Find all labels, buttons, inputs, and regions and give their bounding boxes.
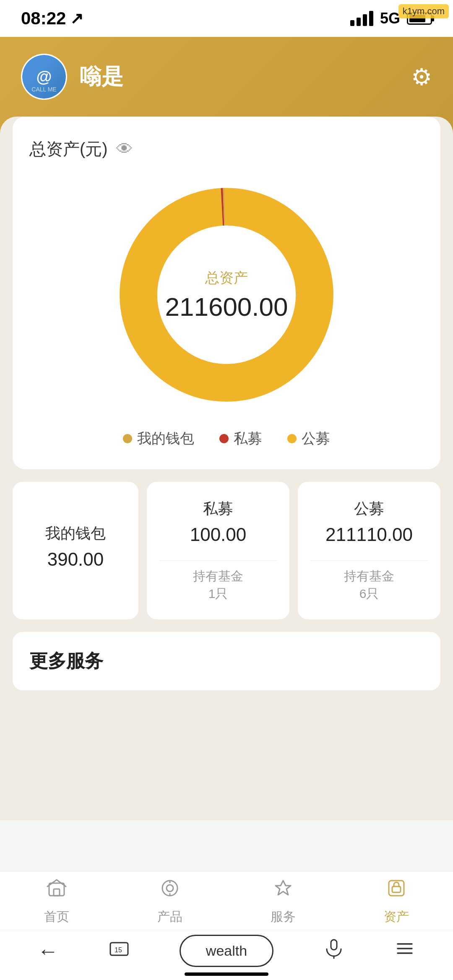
donut-label: 总资产 xyxy=(165,268,288,288)
asset-card: 总资产(元) 👁 总资 xyxy=(13,117,440,469)
asset-title: 总资产(元) xyxy=(29,138,108,161)
public-fund-card[interactable]: 公募 211110.00 持有基金 6只 xyxy=(298,482,440,619)
breakdown-row: 我的钱包 390.00 私募 100.00 持有基金 1只 公募 211110.… xyxy=(13,482,440,619)
public-title: 公募 xyxy=(354,499,384,519)
svg-text:15: 15 xyxy=(115,946,122,954)
wealth-button[interactable]: wealth xyxy=(180,935,273,967)
nav-label-home: 首页 xyxy=(44,908,69,925)
navigation-arrow: ↗ xyxy=(70,9,83,28)
nav-icon-home xyxy=(46,877,68,904)
private-sub-value: 1只 xyxy=(208,585,228,603)
private-fund-card[interactable]: 私募 100.00 持有基金 1只 xyxy=(147,482,289,619)
mic-icon xyxy=(323,938,344,964)
svg-point-7 xyxy=(167,885,173,892)
public-sub-label: 持有基金 xyxy=(344,567,394,585)
public-sub-value: 6只 xyxy=(359,585,379,603)
divider-private xyxy=(159,560,277,561)
home-indicator xyxy=(185,972,268,976)
status-bar: 08:22 ↗ 5G xyxy=(0,0,453,37)
svg-rect-11 xyxy=(392,886,401,892)
menu-button[interactable] xyxy=(394,938,415,964)
donut-value: 211600.00 xyxy=(165,292,288,321)
nav-label-assets: 资产 xyxy=(384,908,409,925)
wallet-value: 390.00 xyxy=(47,549,104,570)
wealth-label[interactable]: wealth xyxy=(180,935,273,967)
legend-item-wallet: 我的钱包 xyxy=(123,429,194,448)
back-button[interactable]: ← xyxy=(38,939,59,963)
eye-icon[interactable]: 👁 xyxy=(116,140,133,159)
legend-dot-private xyxy=(219,434,229,443)
nav-item-home[interactable]: 首页 xyxy=(44,877,69,925)
legend-item-private: 私募 xyxy=(219,429,262,448)
watermark: k1ym.com xyxy=(398,4,449,18)
nav-icon-assets xyxy=(385,877,407,904)
more-services-card: 更多服务 xyxy=(13,632,440,690)
legend-dot-wallet xyxy=(123,434,132,443)
wallet-card[interactable]: 我的钱包 390.00 xyxy=(13,482,138,619)
legend-label-private: 私募 xyxy=(234,429,262,448)
mic-button[interactable] xyxy=(323,938,344,964)
legend-item-public: 公募 xyxy=(287,429,330,448)
divider-public xyxy=(310,560,428,561)
nav-label-products: 产品 xyxy=(157,908,182,925)
wallet-title: 我的钱包 xyxy=(45,523,106,544)
donut-center: 总资产 211600.00 xyxy=(165,268,288,322)
nav-label-service: 服务 xyxy=(271,908,296,925)
network-label: 5G xyxy=(380,10,400,27)
signal-icon xyxy=(350,11,373,26)
private-title: 私募 xyxy=(203,499,233,519)
private-sub-label: 持有基金 xyxy=(193,567,243,585)
nav-item-assets[interactable]: 资产 xyxy=(384,877,409,925)
nav-icon-service xyxy=(272,877,294,904)
private-value: 100.00 xyxy=(190,524,247,545)
more-services-title: 更多服务 xyxy=(29,650,103,671)
legend-label-wallet: 我的钱包 xyxy=(137,429,194,448)
main-content: 总资产(元) 👁 总资 xyxy=(0,117,453,820)
public-value: 211110.00 xyxy=(325,524,413,545)
legend-label-public: 公募 xyxy=(302,429,330,448)
screenshot-icon: 15 xyxy=(109,938,130,964)
avatar[interactable]: @ CALL ME xyxy=(21,54,67,100)
status-time: 08:22 ↗ xyxy=(21,8,83,29)
chart-legend: 我的钱包 私募 公募 xyxy=(29,429,424,448)
asset-header: 总资产(元) 👁 xyxy=(29,138,424,161)
back-icon: ← xyxy=(38,939,59,963)
settings-button[interactable]: ⚙ xyxy=(411,63,432,91)
nav-icon-products xyxy=(159,877,181,904)
donut-wrapper: 总资产 211600.00 xyxy=(109,177,344,412)
donut-chart-container: 总资产 211600.00 xyxy=(29,177,424,412)
svg-rect-14 xyxy=(331,940,337,950)
username: 嗡是 xyxy=(80,62,123,91)
svg-rect-5 xyxy=(54,889,60,896)
nav-item-service[interactable]: 服务 xyxy=(271,877,296,925)
nav-item-products[interactable]: 产品 xyxy=(157,877,182,925)
screenshot-button[interactable]: 15 xyxy=(109,938,130,964)
header-left: @ CALL ME 嗡是 xyxy=(21,54,123,100)
bottom-nav: 首页 产品 服务 资产 xyxy=(0,871,453,930)
menu-icon xyxy=(394,938,415,964)
time-text: 08:22 xyxy=(21,8,66,29)
legend-dot-public xyxy=(287,434,297,443)
